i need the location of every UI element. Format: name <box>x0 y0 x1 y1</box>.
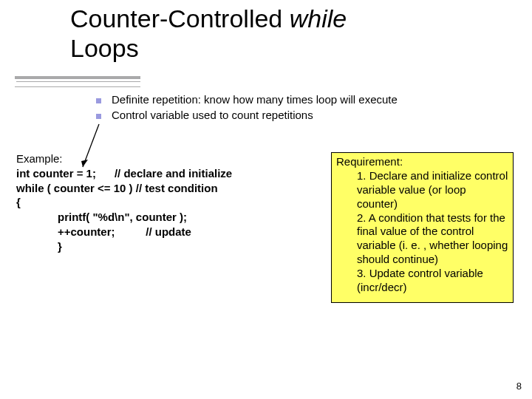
code-line: int counter = 1; // declare and initiali… <box>16 167 232 180</box>
code-line: ++counter; // update <box>16 225 308 239</box>
bullet-text: Control variable used to count repetitio… <box>112 109 510 121</box>
code-line: { <box>16 196 21 208</box>
bullet-list: Definite repetition: know how many times… <box>96 93 510 124</box>
bullet-square-icon <box>96 98 101 103</box>
code-example: Example: int counter = 1; // declare and… <box>16 151 308 254</box>
requirement-box: Requirement: 1. Declare and initialize c… <box>331 152 514 303</box>
requirement-item: 2. A condition that tests for the final … <box>336 211 508 267</box>
code-comment: // update <box>146 225 191 238</box>
code-line: printf( "%d\n", counter ); <box>16 210 308 225</box>
bullet-square-icon <box>96 114 101 119</box>
code-text: ++counter; <box>58 225 115 238</box>
code-line: } <box>16 239 308 254</box>
title-text-2: Loops <box>70 34 139 62</box>
title-text-1: Counter-Controlled <box>70 4 290 33</box>
code-comment: // test condition <box>133 182 218 194</box>
requirement-item: 3. Update control variable (incr/decr) <box>336 267 508 295</box>
bullet-text: Definite repetition: know how many times… <box>112 93 510 106</box>
bullet-item: Control variable used to count repetitio… <box>96 109 510 121</box>
requirement-item: 1. Declare and initialize control variab… <box>336 169 508 211</box>
code-text: while ( counter <= 10 ) <box>16 182 133 194</box>
example-header: Example: <box>16 152 63 165</box>
bullet-item: Definite repetition: know how many times… <box>96 93 510 106</box>
slide: Counter-Controlled while Loops Definite … <box>0 0 532 399</box>
code-comment: // declare and initialize <box>115 167 232 180</box>
slide-title: Counter-Controlled while Loops <box>70 4 347 63</box>
page-number: 8 <box>516 381 522 392</box>
code-text: int counter = 1; <box>16 167 96 180</box>
code-line: while ( counter <= 10 ) // test conditio… <box>16 182 218 194</box>
title-rule-inner <box>16 78 140 82</box>
title-text-italic: while <box>290 4 347 33</box>
requirement-header: Requirement: <box>336 155 403 168</box>
